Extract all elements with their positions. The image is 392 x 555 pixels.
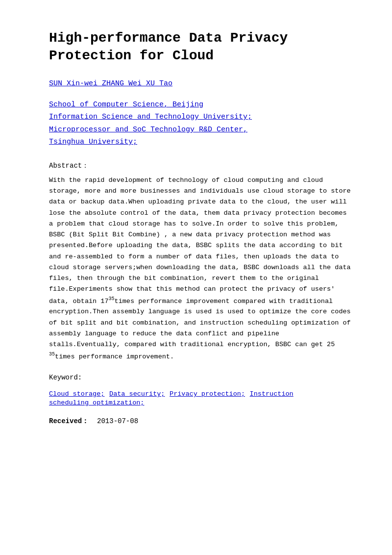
keywords-links-section: Cloud storage; Data security; Privacy pr… (49, 389, 353, 407)
received-section: Received： 2013-07-08 (49, 417, 353, 426)
abstract-label: Abstract： (49, 161, 353, 170)
keyword-cloud-storage[interactable]: Cloud storage; (49, 390, 104, 398)
authors-section: SUN Xin-wei ZHANG Wei XU Tao (49, 79, 353, 88)
received-label: Received： (49, 417, 89, 425)
page-title: High-performance Data Privacy Protection… (49, 29, 353, 65)
received-date-value: 2013-07-08 (97, 417, 138, 425)
affiliations-section: School of Computer Science, Beijing Info… (49, 99, 353, 149)
keyword-label: Keyword: (49, 374, 353, 381)
page-container: High-performance Data Privacy Protection… (0, 0, 392, 455)
keyword-data-security[interactable]: Data security; (109, 390, 165, 398)
abstract-body: With the rapid development of technology… (49, 175, 353, 362)
keyword-privacy-protection[interactable]: Privacy protection; (170, 390, 245, 398)
affiliation-link[interactable]: School of Computer Science, Beijing Info… (49, 101, 252, 147)
abstract-section: Abstract： With the rapid development of … (49, 161, 353, 362)
keyword-section: Keyword: (49, 374, 353, 381)
authors-link[interactable]: SUN Xin-wei ZHANG Wei XU Tao (49, 79, 172, 88)
received-date: Received： 2013-07-08 (49, 417, 353, 426)
